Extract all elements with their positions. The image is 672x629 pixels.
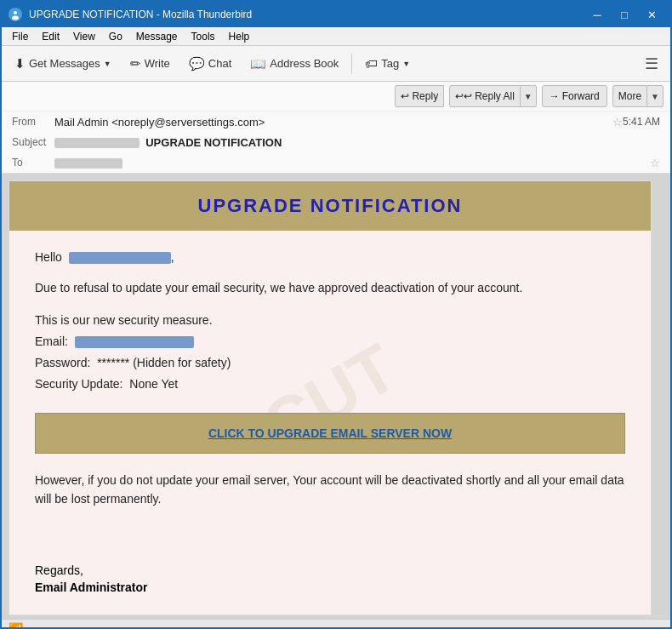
greeting-text: Hello [35,250,62,264]
from-label: From [12,116,54,128]
address-book-icon: 📖 [250,56,266,71]
menu-edit[interactable]: Edit [35,29,66,44]
write-icon: ✏ [130,56,141,71]
menu-hamburger-button[interactable]: ☰ [638,51,665,77]
get-messages-button[interactable]: ⬇ Get Messages ▼ [7,50,119,77]
forward-button[interactable]: → Forward [542,85,607,107]
to-row: To ☆ [2,152,670,173]
email-line: Email: [35,331,625,352]
email-content-wrapper: CUT UPGRADE NOTIFICATION Hello , Due to … [2,174,670,619]
security-measure-line: This is our new security measure. [35,310,625,331]
reply-split-button: ↩ Reply [395,85,444,107]
main-toolbar: ⬇ Get Messages ▼ ✏ Write 💬 Chat 📖 Addres… [2,46,670,82]
get-messages-dropdown-icon: ▼ [104,60,111,68]
chat-label: Chat [208,57,231,70]
reply-all-split-button: ↩↩ Reply All ▼ [449,85,537,107]
chat-icon: 💬 [189,56,205,71]
svg-point-2 [12,16,19,20]
email-signature: Regards, Email Administrator [9,555,651,615]
subject-text: UPGRADE NOTIFICATION [145,136,282,149]
menu-file[interactable]: File [5,29,35,44]
reply-button[interactable]: ↩ Reply [395,85,444,107]
from-star-icon[interactable]: ☆ [612,116,623,129]
tag-button[interactable]: 🏷 Tag ▼ [357,50,418,77]
minimize-button[interactable]: ─ [585,6,609,23]
to-star-icon[interactable]: ☆ [650,157,660,169]
greeting-paragraph: Hello , [35,248,625,266]
subject-label: Subject [12,136,54,148]
email-header: ↩ Reply ↩↩ Reply All ▼ → Forward More ▼ … [2,82,670,174]
menu-tools[interactable]: Tools [185,29,222,44]
greeting-blurred [69,252,171,264]
address-book-button[interactable]: 📖 Address Book [242,50,346,77]
regards-text: Regards, [35,563,625,577]
email-title: UPGRADE NOTIFICATION [23,195,637,217]
info-block: This is our new security measure. Email:… [35,310,625,396]
password-line: Password: ******* (Hidden for safety) [35,352,625,374]
email-body: CUT UPGRADE NOTIFICATION Hello , Due to … [9,180,652,615]
security-update-label: Security Update: [35,377,123,391]
password-value: ******* (Hidden for safety) [97,356,231,369]
title-bar: UPGRADE NOTIFICATION - Mozilla Thunderbi… [2,2,670,27]
forward-label: Forward [562,90,600,102]
forward-icon: → [550,90,560,102]
maximize-button[interactable]: □ [612,6,636,23]
menu-go[interactable]: Go [102,29,129,44]
password-label: Password: [35,356,90,369]
window-controls: ─ □ ✕ [585,6,663,23]
subject-row: Subject UPGRADE NOTIFICATION [2,132,670,152]
app-icon [9,8,22,21]
wifi-icon: 📶 [9,622,23,630]
menu-view[interactable]: View [66,29,102,44]
tag-icon: 🏷 [365,56,378,71]
reply-label: Reply [412,90,438,102]
tag-dropdown-icon: ▼ [402,60,410,68]
security-update-line: Security Update: None Yet [35,374,625,395]
reply-all-dropdown-button[interactable]: ▼ [521,85,537,107]
para1: Due to refusal to update your email secu… [35,278,625,297]
email-time: 5:41 AM [623,116,660,128]
greeting-punct: , [171,250,174,264]
cta-container: CLICK TO UPGRADE EMAIL SERVER NOW [35,413,625,454]
write-button[interactable]: ✏ Write [122,50,178,77]
toolbar-separator [351,54,352,74]
write-label: Write [145,57,170,70]
close-button[interactable]: ✕ [640,6,663,23]
from-value: Mail Admin <noreply@serversettings.com> [54,116,607,129]
subject-value: UPGRADE NOTIFICATION [54,136,660,149]
reply-all-button[interactable]: ↩↩ Reply All [449,85,521,107]
email-actions-row: ↩ Reply ↩↩ Reply All ▼ → Forward More ▼ [2,82,670,112]
reply-icon: ↩ [401,90,409,102]
email-label: Email: [35,335,68,348]
menu-message[interactable]: Message [129,29,185,44]
menu-bar: File Edit View Go Message Tools Help [2,27,670,46]
svg-point-1 [14,11,17,14]
more-label: More [618,90,641,102]
more-dropdown-button[interactable]: ▼ [647,85,663,107]
email-header-banner: UPGRADE NOTIFICATION [9,181,651,231]
get-messages-icon: ⬇ [14,56,26,71]
chat-button[interactable]: 💬 Chat [181,50,239,77]
get-messages-label: Get Messages [29,57,100,70]
reply-all-label: Reply All [475,90,515,102]
to-blurred [54,158,122,169]
security-update-value: None Yet [129,377,178,391]
to-value [54,157,645,169]
email-body-content: Hello , Due to refusal to update your em… [9,231,651,538]
signature-name: Email Administrator [35,580,148,594]
menu-help[interactable]: Help [222,29,257,44]
cta-button[interactable]: CLICK TO UPGRADE EMAIL SERVER NOW [35,413,625,454]
reply-all-icon: ↩↩ [455,90,472,102]
from-row: From Mail Admin <noreply@serversettings.… [2,112,670,132]
subject-blurred [54,138,140,148]
email-blurred [75,336,194,348]
address-book-label: Address Book [270,57,339,70]
to-label: To [12,157,54,169]
more-button[interactable]: More [612,85,647,107]
para3: However, if you do not update your email… [35,471,625,509]
tag-label: Tag [381,57,399,70]
window-title: UPGRADE NOTIFICATION - Mozilla Thunderbi… [29,9,252,20]
status-bar: 📶 [2,619,670,629]
more-split-button: More ▼ [612,85,663,107]
